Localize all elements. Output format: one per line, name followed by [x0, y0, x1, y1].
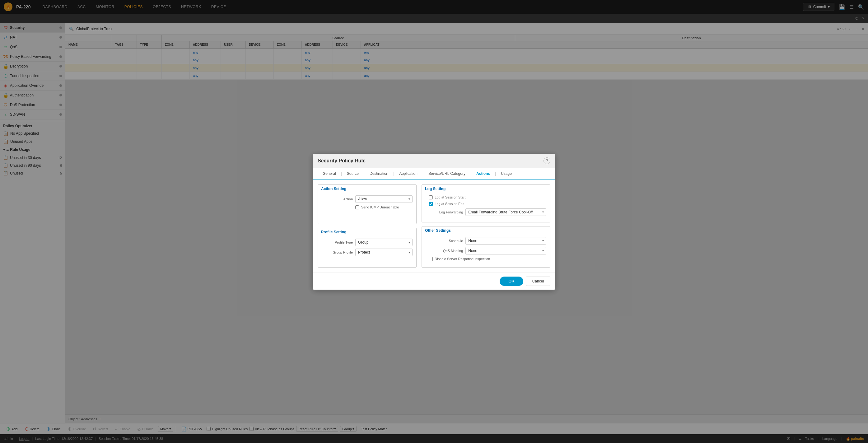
log-setting-panel: Log Setting Log at Session Start Log at … — [422, 185, 550, 222]
group-profile-row: Group Profile Protect None ▾ — [322, 249, 412, 256]
profile-setting-body: Profile Type Group Profiles ▾ Group Prof… — [318, 236, 416, 262]
modal-footer: OK Cancel — [313, 273, 555, 290]
send-icmp-label: Send ICMP Unreachable — [361, 205, 399, 209]
group-profile-label: Group Profile — [322, 250, 353, 254]
disable-server-label: Disable Server Response Inspection — [435, 257, 490, 261]
log-setting-title: Log Setting — [422, 185, 550, 193]
modal-body: Action Setting Action Allow Deny Drop ▾ — [313, 180, 555, 273]
send-icmp-row: Send ICMP Unreachable — [355, 205, 412, 209]
log-forwarding-row: Log Forwarding Email Forwarding Brute Fo… — [426, 209, 546, 216]
schedule-label: Schedule — [426, 239, 463, 243]
log-forwarding-select[interactable]: Email Forwarding Brute Force Cool-Off No… — [465, 209, 546, 216]
tab-application[interactable]: Application — [394, 168, 423, 180]
tab-usage[interactable]: Usage — [496, 168, 517, 180]
tab-service-url[interactable]: Service/URL Category — [424, 168, 470, 180]
modal-help-button[interactable]: ? — [544, 157, 550, 164]
cancel-button[interactable]: Cancel — [526, 277, 550, 286]
log-forwarding-label: Log Forwarding — [426, 210, 463, 214]
log-session-end-label: Log at Session End — [435, 202, 464, 205]
qos-marking-label: QoS Marking — [426, 249, 463, 253]
disable-server-checkbox[interactable] — [429, 257, 433, 261]
profile-type-wrapper: Group Profiles ▾ — [355, 239, 412, 246]
qos-marking-wrapper: None ▾ — [465, 247, 546, 254]
log-session-end-row: Log at Session End — [426, 202, 546, 206]
action-setting-body: Action Allow Deny Drop ▾ — [318, 193, 416, 216]
log-session-end-checkbox[interactable] — [429, 202, 433, 206]
send-icmp-checkbox[interactable] — [355, 205, 359, 209]
other-settings-body: Schedule None ▾ QoS Marking — [422, 234, 550, 267]
profile-type-label: Profile Type — [322, 241, 353, 244]
group-profile-select[interactable]: Protect None — [355, 249, 412, 256]
log-session-start-checkbox[interactable] — [429, 195, 433, 199]
tab-source[interactable]: Source — [342, 168, 364, 180]
profile-type-select[interactable]: Group Profiles — [355, 239, 412, 246]
qos-marking-row: QoS Marking None ▾ — [426, 247, 546, 254]
log-setting-body: Log at Session Start Log at Session End … — [422, 193, 550, 222]
action-setting-title: Action Setting — [318, 185, 416, 193]
action-label: Action — [322, 197, 353, 201]
modal-right-column: Log Setting Log at Session Start Log at … — [422, 185, 550, 267]
other-settings-panel: Other Settings Schedule None ▾ — [422, 226, 550, 267]
profile-type-row: Profile Type Group Profiles ▾ — [322, 239, 412, 246]
log-session-start-label: Log at Session Start — [435, 195, 465, 199]
modal-title: Security Policy Rule — [318, 158, 366, 164]
tab-actions[interactable]: Actions — [471, 168, 495, 180]
group-profile-wrapper: Protect None ▾ — [355, 249, 412, 256]
modal-tabs: General | Source | Destination | Applica… — [313, 168, 555, 180]
schedule-wrapper: None ▾ — [465, 237, 546, 245]
schedule-select[interactable]: None — [465, 237, 546, 245]
profile-setting-panel: Profile Setting Profile Type Group Profi… — [318, 228, 416, 267]
modal-overlay: Security Policy Rule ? General | Source … — [0, 0, 868, 443]
disable-server-row: Disable Server Response Inspection — [426, 257, 546, 261]
tab-destination[interactable]: Destination — [365, 168, 393, 180]
tab-general[interactable]: General — [318, 168, 341, 180]
ok-button[interactable]: OK — [500, 277, 523, 286]
action-select[interactable]: Allow Deny Drop — [355, 195, 412, 203]
log-session-start-row: Log at Session Start — [426, 195, 546, 199]
modal-header: Security Policy Rule ? — [313, 154, 555, 168]
schedule-row: Schedule None ▾ — [426, 237, 546, 245]
modal-left-column: Action Setting Action Allow Deny Drop ▾ — [318, 185, 416, 267]
log-forwarding-wrapper: Email Forwarding Brute Force Cool-Off No… — [465, 209, 546, 216]
action-row: Action Allow Deny Drop ▾ — [322, 195, 412, 203]
profile-setting-title: Profile Setting — [318, 228, 416, 236]
action-select-wrapper: Allow Deny Drop ▾ — [355, 195, 412, 203]
other-settings-title: Other Settings — [422, 226, 550, 234]
action-setting-panel: Action Setting Action Allow Deny Drop ▾ — [318, 185, 416, 224]
security-policy-modal: Security Policy Rule ? General | Source … — [313, 154, 555, 290]
qos-marking-select[interactable]: None — [465, 247, 546, 254]
